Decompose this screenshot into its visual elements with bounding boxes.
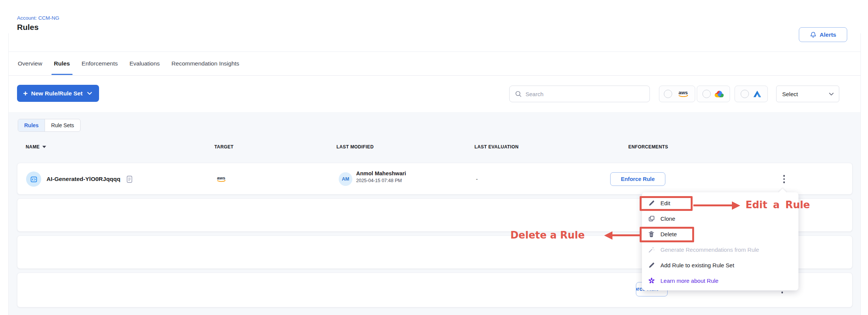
gcp-logo-icon bbox=[715, 90, 724, 98]
search-box bbox=[509, 86, 650, 102]
kebab-dot bbox=[783, 178, 785, 180]
last-evaluation-cell: - bbox=[476, 163, 478, 195]
page-title: Rules bbox=[17, 23, 39, 32]
tabbar-divider bbox=[9, 75, 860, 76]
tab-enforcements[interactable]: Enforcements bbox=[82, 52, 118, 75]
delete-arrow-head-icon bbox=[604, 231, 612, 240]
pinwheel-icon bbox=[648, 277, 655, 284]
alerts-button[interactable]: Alerts bbox=[799, 27, 847, 42]
chevron-down-icon bbox=[829, 92, 834, 96]
menu-item-learn-more[interactable]: Learn more about Rule bbox=[642, 273, 798, 288]
tab-recommendation-insights[interactable]: Recommendation Insights bbox=[172, 52, 239, 75]
modified-timestamp: 2025-04-15 07:48 PM bbox=[356, 178, 406, 183]
new-rule-button[interactable]: + New Rule/Rule Set bbox=[17, 85, 99, 102]
new-rule-button-label: New Rule/Rule Set bbox=[31, 90, 82, 97]
column-header-target: TARGET bbox=[214, 144, 234, 150]
modifier-name: Anmol Maheshwari bbox=[356, 170, 406, 176]
kebab-dot bbox=[781, 292, 783, 293]
rule-notes-icon[interactable] bbox=[126, 175, 133, 183]
edit-callout-label: Edit a Rule bbox=[746, 199, 810, 211]
rule-target-cell: aws bbox=[215, 163, 228, 195]
table-row[interactable]: AI-Generated-YlO0RJqqqq aws AM Anmol Mah… bbox=[17, 163, 852, 195]
aws-logo-icon: aws bbox=[676, 89, 690, 98]
menu-item-add-to-rule-set[interactable]: Add Rule to existing Rule Set bbox=[642, 257, 798, 273]
rule-code-icon bbox=[30, 175, 38, 183]
magic-wand-icon bbox=[648, 246, 655, 253]
delete-arrow-line bbox=[612, 234, 640, 236]
view-toggle: Rules Rule Sets bbox=[18, 119, 81, 132]
clone-icon bbox=[648, 215, 655, 222]
filter-select-label: Select bbox=[782, 91, 798, 97]
svg-text:aws: aws bbox=[217, 175, 225, 180]
provider-toggle-gcp[interactable] bbox=[697, 86, 730, 102]
column-header-name[interactable]: NAME bbox=[26, 144, 46, 150]
alerts-button-label: Alerts bbox=[820, 31, 836, 38]
svg-text:aws: aws bbox=[679, 90, 688, 95]
radio-icon[interactable] bbox=[741, 90, 749, 98]
modifier-initials: AM bbox=[342, 176, 349, 182]
sort-desc-icon bbox=[42, 146, 46, 148]
delete-highlight-box bbox=[640, 227, 694, 242]
tab-label: Evaluations bbox=[129, 60, 160, 67]
menu-item-label: Learn more about Rule bbox=[660, 278, 718, 284]
last-modified-cell: Anmol Maheshwari 2025-04-15 07:48 PM bbox=[356, 170, 406, 183]
column-header-enforcements: ENFORCEMENTS bbox=[628, 144, 668, 150]
column-header-label: LAST EVALUATION bbox=[474, 144, 519, 150]
column-header-label: NAME bbox=[26, 144, 40, 150]
tab-overview[interactable]: Overview bbox=[18, 52, 42, 75]
tab-label: Enforcements bbox=[82, 60, 118, 67]
menu-item-label: Clone bbox=[660, 215, 675, 222]
edit-highlight-box bbox=[640, 196, 693, 211]
bell-icon bbox=[810, 31, 817, 38]
search-input[interactable] bbox=[525, 91, 644, 97]
plus-icon: + bbox=[23, 89, 28, 97]
pencil-icon bbox=[648, 262, 655, 269]
tab-rules[interactable]: Rules bbox=[54, 52, 70, 75]
tab-evaluations[interactable]: Evaluations bbox=[129, 52, 160, 75]
menu-item-label: Generate Recommendations from Rule bbox=[660, 246, 759, 253]
menu-item-generate-recommendations: Generate Recommendations from Rule bbox=[642, 242, 798, 257]
edit-arrow-head-icon bbox=[732, 201, 740, 210]
modifier-avatar: AM bbox=[339, 172, 352, 186]
column-header-last-modified: LAST MODIFIED bbox=[336, 144, 374, 150]
column-header-label: ENFORCEMENTS bbox=[628, 144, 668, 150]
tab-label: Overview bbox=[18, 60, 42, 67]
rule-name[interactable]: AI-Generated-YlO0RJqqqq bbox=[46, 176, 121, 182]
chevron-down-icon bbox=[87, 92, 92, 95]
enforce-rule-button[interactable]: Enforce Rule bbox=[610, 172, 665, 186]
view-toggle-rule-sets[interactable]: Rule Sets bbox=[45, 119, 80, 131]
breadcrumb-account-link[interactable]: Account: CCM-NG bbox=[17, 15, 59, 21]
column-header-label: LAST MODIFIED bbox=[336, 144, 374, 150]
radio-icon[interactable] bbox=[664, 90, 672, 98]
rule-name-cell: AI-Generated-YlO0RJqqqq bbox=[46, 163, 133, 195]
search-icon bbox=[515, 90, 522, 97]
kebab-dot bbox=[783, 175, 785, 177]
provider-toggle-azure[interactable] bbox=[735, 86, 768, 102]
delete-callout-label: Delete a Rule bbox=[510, 229, 585, 241]
rule-avatar bbox=[26, 172, 41, 187]
panel-right-border bbox=[860, 33, 861, 315]
provider-toggle-aws[interactable]: aws bbox=[659, 86, 695, 102]
radio-icon[interactable] bbox=[702, 90, 711, 98]
edit-arrow-line bbox=[693, 204, 733, 206]
aws-logo-icon: aws bbox=[215, 175, 228, 183]
column-header-label: TARGET bbox=[214, 144, 234, 150]
view-toggle-rules[interactable]: Rules bbox=[18, 119, 45, 131]
column-header-last-evaluation: LAST EVALUATION bbox=[474, 144, 519, 150]
menu-item-clone[interactable]: Clone bbox=[642, 211, 798, 226]
active-tab-underline bbox=[51, 74, 73, 75]
menu-item-label: Add Rule to existing Rule Set bbox=[660, 262, 734, 268]
kebab-dot bbox=[783, 181, 785, 183]
azure-logo-icon bbox=[753, 90, 762, 98]
tab-label: Recommendation Insights bbox=[172, 60, 239, 67]
tabbar: Overview Rules Enforcements Evaluations … bbox=[18, 52, 239, 75]
tab-label: Rules bbox=[54, 60, 70, 67]
filter-select[interactable]: Select bbox=[776, 86, 839, 102]
